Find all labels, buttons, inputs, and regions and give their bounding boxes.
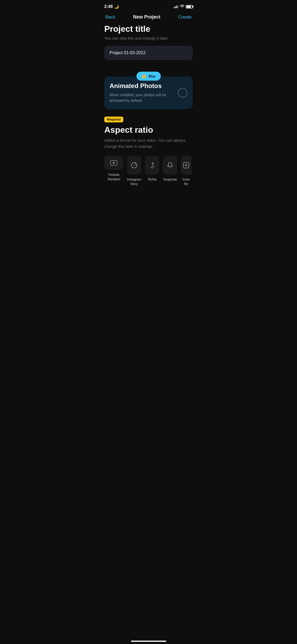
pro-badge[interactable]: 👑 Pro xyxy=(136,72,161,81)
project-title-input[interactable] xyxy=(104,46,193,60)
aspect-ratio-title: Aspect ratio xyxy=(104,125,193,135)
format-cards-row: YoutubeStandard InstagramStory xyxy=(104,156,193,188)
project-title-heading: Project title xyxy=(104,24,193,34)
snapchat-card-label: Snapchat xyxy=(163,177,177,182)
animated-photos-section: 👑 Pro Animated Photos When enabled, your… xyxy=(104,76,193,109)
project-title-section: Project title You can skip this and chan… xyxy=(104,24,193,68)
format-card-snapchat[interactable]: Snapchat xyxy=(163,156,177,186)
back-button[interactable]: Back xyxy=(105,15,115,20)
svg-point-6 xyxy=(185,164,187,166)
main-content: Project title You can skip this and chan… xyxy=(99,24,198,188)
format-card-youtube[interactable]: YoutubeStandard xyxy=(104,156,123,186)
signal-icon xyxy=(174,5,178,8)
format-card-tiktok[interactable]: TikTok xyxy=(145,156,159,186)
pro-badge-label: Pro xyxy=(149,74,155,79)
animated-photos-content: Animated Photos When enabled, your photo… xyxy=(110,82,178,103)
animated-photos-title: Animated Photos xyxy=(110,82,174,90)
svg-point-3 xyxy=(134,165,135,166)
animated-photos-toggle[interactable] xyxy=(178,88,187,98)
svg-point-4 xyxy=(135,163,136,164)
format-card-instagram-story[interactable]: InstagramStory xyxy=(127,156,141,186)
status-icons xyxy=(174,4,193,9)
create-button[interactable]: Create xyxy=(178,15,192,20)
time-label: 2:48 xyxy=(104,4,113,9)
nav-header: Back New Project Create xyxy=(99,12,198,24)
tiktok-card-icon xyxy=(145,156,159,175)
animated-photos-description: When enabled, your photos will be animat… xyxy=(110,92,174,103)
crown-icon: 👑 xyxy=(142,74,147,79)
animated-photos-row: Animated Photos When enabled, your photo… xyxy=(110,82,187,103)
aspect-ratio-description: Select a format for your video. You can … xyxy=(104,137,193,149)
youtube-card-label: YoutubeStandard xyxy=(107,173,120,182)
battery-icon xyxy=(186,5,193,8)
project-title-subtitle: You can skip this and change it later. xyxy=(104,36,193,40)
snapchat-card-icon xyxy=(163,156,177,175)
instagram-story-card-label: InstagramStory xyxy=(127,177,141,186)
svg-rect-5 xyxy=(183,163,189,168)
format-card-insta-re[interactable]: InstaRe xyxy=(181,156,191,186)
wifi-icon xyxy=(180,4,184,9)
instagram-story-card-icon xyxy=(127,156,141,175)
youtube-card-icon xyxy=(104,156,123,170)
insta-re-card-icon xyxy=(181,156,191,175)
status-time: 2:48 🌙 xyxy=(104,4,119,9)
moon-icon: 🌙 xyxy=(114,4,119,9)
required-badge: Required xyxy=(104,117,123,122)
insta-re-card-label: InstaRe xyxy=(183,177,190,186)
aspect-ratio-section: Required Aspect ratio Select a format fo… xyxy=(104,117,193,188)
svg-marker-1 xyxy=(113,162,115,164)
tiktok-card-label: TikTok xyxy=(148,177,157,182)
status-bar: 2:48 🌙 xyxy=(99,0,198,12)
page-title: New Project xyxy=(133,14,160,20)
